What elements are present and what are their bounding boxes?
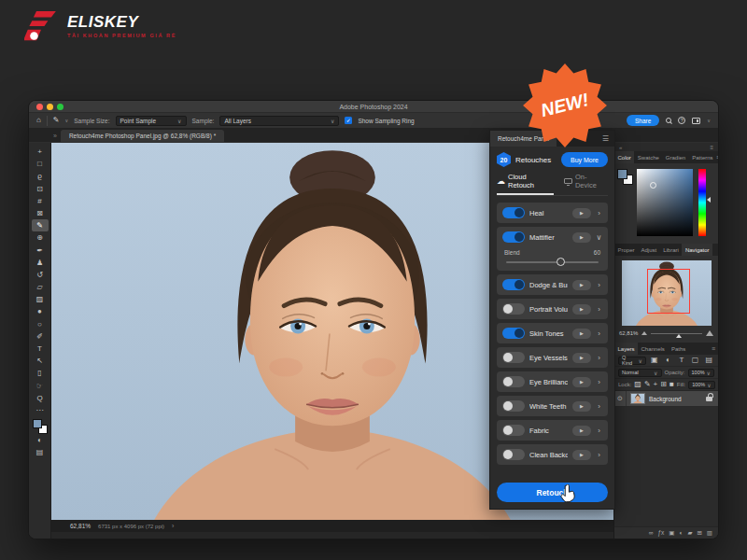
- zoom-icon[interactable]: Q: [32, 392, 49, 404]
- tool-preset-chevron-icon[interactable]: ∨: [65, 118, 69, 123]
- layer-mask-icon[interactable]: ▣: [669, 530, 674, 537]
- layer-group-icon[interactable]: ▰: [687, 530, 692, 537]
- color-panel-menu-icon[interactable]: ≡: [716, 151, 718, 163]
- history-brush-icon[interactable]: ↺: [32, 269, 49, 281]
- lock-all-icon[interactable]: ■: [669, 378, 674, 390]
- eyedropper-tool-icon[interactable]: ✎: [53, 117, 60, 124]
- heal-expand-icon[interactable]: ›: [596, 209, 602, 217]
- navigator-thumbnail[interactable]: [622, 260, 712, 326]
- brush-icon[interactable]: ✒: [32, 245, 49, 257]
- pen-icon[interactable]: ✐: [32, 330, 49, 343]
- tab-patterns[interactable]: Patterns: [689, 151, 716, 163]
- tab-swatche[interactable]: Swatche: [634, 151, 662, 163]
- lock-artboard-icon[interactable]: ⊞: [660, 378, 667, 390]
- tab-navigator[interactable]: Navigator: [682, 244, 712, 256]
- home-icon[interactable]: ⌂: [36, 117, 41, 124]
- tab-color[interactable]: Color: [614, 151, 634, 163]
- workspace-chevron-icon[interactable]: ∨: [707, 118, 711, 123]
- path-selection-icon[interactable]: ↖: [32, 355, 49, 367]
- mattifier-slider[interactable]: [506, 261, 599, 263]
- blend-mode-select[interactable]: Normal ∨: [618, 369, 662, 377]
- frame-icon[interactable]: ⊠: [32, 207, 49, 219]
- fabric-play-button[interactable]: ▶: [572, 426, 591, 436]
- tab-cloud-retouch[interactable]: ☁ Cloud Retouch: [497, 173, 554, 195]
- layer-thumbnail[interactable]: [630, 393, 645, 404]
- lasso-icon[interactable]: ϱ: [32, 170, 49, 182]
- eye-vessels-play-button[interactable]: ▶: [572, 353, 591, 363]
- navigator-zoom-slider-handle[interactable]: [676, 334, 682, 338]
- white-teeth-play-button[interactable]: ▶: [572, 401, 591, 412]
- layer-filter-select[interactable]: Q Kind ∨: [618, 357, 646, 365]
- type-icon[interactable]: T: [32, 343, 49, 355]
- navigator-zoom-slider[interactable]: [651, 333, 702, 334]
- filter-adjustment-icon[interactable]: ◐: [663, 354, 674, 366]
- layer-row-background[interactable]: ⊙ Background: [614, 391, 718, 407]
- lock-pixels-icon[interactable]: ✎: [644, 378, 651, 390]
- screen-mode-icon[interactable]: ▤: [32, 446, 49, 458]
- retouch-button[interactable]: Retouch: [497, 483, 608, 502]
- filter-shape-icon[interactable]: ▢: [690, 354, 701, 366]
- skin-tones-toggle[interactable]: [502, 328, 525, 339]
- search-icon[interactable]: [666, 118, 671, 123]
- heal-play-button[interactable]: ▶: [572, 208, 591, 218]
- layer-lock-icon[interactable]: [706, 397, 712, 401]
- clean-backdrop-toggle[interactable]: [502, 449, 525, 460]
- mattifier-collapse-icon[interactable]: ∨: [596, 233, 602, 242]
- mattifier-slider-handle[interactable]: [557, 258, 565, 266]
- portrait-volumes-expand-icon[interactable]: ›: [596, 305, 602, 314]
- color-swatches[interactable]: [33, 419, 48, 434]
- portrait-volumes-play-button[interactable]: ▶: [572, 304, 591, 315]
- white-teeth-toggle[interactable]: [502, 400, 525, 412]
- clean-backdrop-expand-icon[interactable]: ›: [596, 451, 602, 459]
- fabric-toggle[interactable]: [502, 425, 525, 436]
- tab-adjust[interactable]: Adjust: [638, 244, 660, 256]
- clone-stamp-icon[interactable]: ♟: [32, 257, 49, 269]
- status-zoom-level[interactable]: 62,81%: [70, 523, 91, 529]
- link-layers-icon[interactable]: ∞: [649, 530, 654, 537]
- adjustment-layer-icon[interactable]: ◐: [679, 530, 683, 537]
- mattifier-toggle[interactable]: [502, 231, 525, 243]
- foreground-color-swatch[interactable]: [33, 419, 42, 428]
- filter-smart-object-icon[interactable]: ▤: [703, 354, 714, 366]
- lock-transparency-icon[interactable]: ▨: [634, 378, 641, 390]
- delete-layer-icon[interactable]: ▥: [707, 530, 712, 537]
- hand-icon[interactable]: ☞: [32, 380, 49, 392]
- quick-mask-icon[interactable]: ◐: [32, 434, 49, 446]
- eye-vessels-toggle[interactable]: [502, 352, 525, 363]
- clean-backdrop-play-button[interactable]: ▶: [572, 450, 591, 460]
- gradient-icon[interactable]: ▨: [32, 293, 49, 305]
- fill-value-select[interactable]: 100% ∨: [688, 381, 714, 389]
- help-icon[interactable]: ?: [678, 117, 685, 124]
- eye-brilliance-play-button[interactable]: ▶: [572, 377, 591, 387]
- dodge-icon[interactable]: ○: [32, 318, 49, 330]
- tab-librari[interactable]: Librari: [660, 244, 683, 256]
- fabric-expand-icon[interactable]: ›: [596, 427, 602, 435]
- marquee-icon[interactable]: □: [32, 158, 49, 170]
- blur-icon[interactable]: ●: [32, 305, 49, 317]
- sample-size-select[interactable]: Point Sample ∨: [116, 116, 187, 126]
- hue-slider[interactable]: [698, 169, 706, 236]
- lock-position-icon[interactable]: +: [654, 378, 658, 390]
- portrait-volumes-toggle[interactable]: [502, 303, 525, 315]
- color-picker-handle[interactable]: [650, 182, 656, 189]
- share-button[interactable]: Share: [627, 115, 659, 126]
- workspace-icon[interactable]: [692, 118, 700, 124]
- eye-brilliance-toggle[interactable]: [502, 376, 525, 387]
- tab-gradien[interactable]: Gradien: [662, 151, 688, 163]
- tab-channels[interactable]: Channels: [638, 343, 668, 355]
- dodge-burn-toggle[interactable]: [502, 279, 525, 290]
- saturation-brightness-field[interactable]: [637, 169, 693, 236]
- tab-paths[interactable]: Paths: [668, 343, 688, 355]
- eraser-icon[interactable]: ▱: [32, 281, 49, 293]
- move-icon[interactable]: +: [32, 146, 49, 158]
- crop-icon[interactable]: #: [32, 195, 49, 207]
- foreground-color-swatch[interactable]: [617, 169, 627, 179]
- skin-tones-expand-icon[interactable]: ›: [596, 329, 602, 338]
- filter-type-icon[interactable]: T: [676, 354, 687, 366]
- status-chevron-icon[interactable]: ›: [172, 523, 174, 529]
- layer-visibility-eye-icon[interactable]: ⊙: [614, 391, 627, 406]
- layers-panel-menu-icon[interactable]: ≡: [712, 343, 718, 355]
- skin-tones-play-button[interactable]: ▶: [572, 329, 591, 339]
- eye-brilliance-expand-icon[interactable]: ›: [596, 378, 602, 386]
- new-layer-icon[interactable]: ⊞: [697, 530, 701, 537]
